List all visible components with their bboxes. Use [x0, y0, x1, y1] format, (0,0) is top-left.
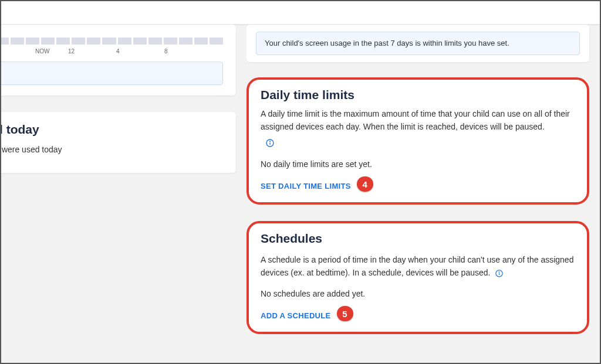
daily-limits-empty-state: No daily time limits are set yet.: [261, 158, 575, 171]
svg-point-5: [499, 271, 499, 272]
timeline-segment: [179, 38, 193, 45]
timeline-segment: [87, 38, 100, 45]
set-daily-time-limits-button[interactable]: SET DAILY TIME LIMITS: [261, 182, 351, 190]
weekly-usage-text: Your child's screen usage in the past 7 …: [265, 39, 509, 47]
schedules-card: Schedules A schedule is a period of time…: [247, 221, 589, 334]
schedules-empty-state: No schedules are added yet.: [261, 288, 575, 301]
weekly-usage-card: Your child's screen usage in the past 7 …: [247, 25, 589, 62]
timeline-segment: [72, 38, 85, 45]
timeline-segment: [1, 38, 9, 45]
daily-limits-title: Daily time limits: [261, 88, 575, 102]
usage-timeline-card: NOW 12 4 8 yet.: [1, 25, 236, 96]
used-today-title: d today: [1, 123, 223, 137]
timeline-axis-labels: NOW 12 4 8: [1, 48, 223, 55]
used-today-body: s were used today: [1, 144, 223, 157]
timeline-segment: [148, 38, 162, 45]
info-icon[interactable]: [495, 269, 504, 278]
weekly-usage-banner: Your child's screen usage in the past 7 …: [256, 32, 580, 55]
used-today-card: d today s were used today: [1, 112, 236, 173]
svg-point-2: [270, 141, 271, 141]
schedules-description: A schedule is a period of time in the da…: [261, 254, 575, 279]
timeline-label-4: 4: [116, 48, 164, 55]
timeline-segment: [210, 38, 223, 45]
usage-status-banner: yet.: [1, 62, 223, 85]
add-a-schedule-button[interactable]: ADD A SCHEDULE: [261, 311, 331, 320]
timeline-label-12: 12: [68, 48, 116, 55]
timeline-segment: [11, 38, 24, 45]
timeline-segment: [56, 38, 70, 45]
timeline-segment: [164, 38, 177, 45]
timeline-label-8: 8: [164, 48, 212, 55]
usage-timeline: [1, 38, 223, 45]
timeline-label-now: NOW: [1, 48, 68, 55]
info-icon[interactable]: [265, 138, 575, 150]
timeline-segment: [118, 38, 131, 45]
timeline-segment: [102, 38, 116, 45]
timeline-segment: [133, 38, 147, 45]
top-bar: [1, 1, 600, 25]
daily-time-limits-card: Daily time limits A daily time limit is …: [247, 77, 589, 205]
schedules-title: Schedules: [261, 232, 575, 246]
callout-badge-5: 5: [337, 306, 353, 321]
timeline-segment: [194, 38, 208, 45]
timeline-segment: [26, 38, 39, 45]
daily-limits-description: A daily time limit is the maximum amount…: [261, 108, 575, 133]
callout-badge-4: 4: [357, 176, 373, 192]
schedules-description-text: A schedule is a period of time in the da…: [261, 255, 573, 277]
timeline-segment: [41, 38, 55, 45]
